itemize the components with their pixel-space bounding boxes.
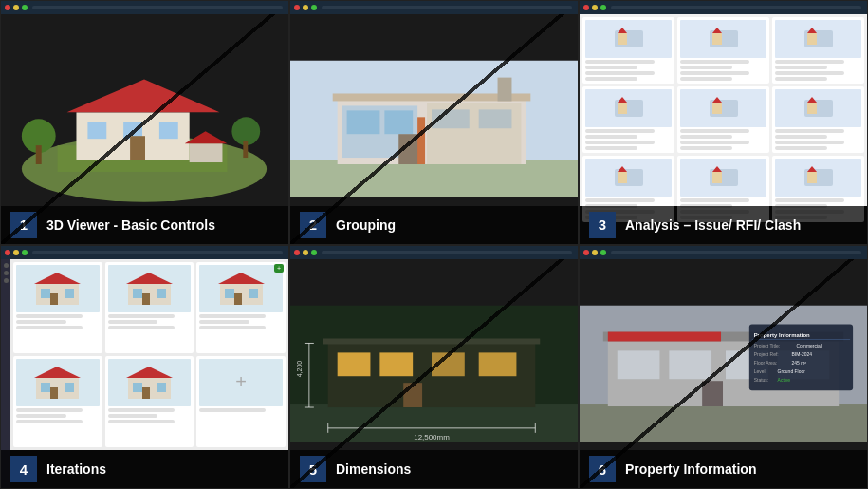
svg-rect-24 — [398, 134, 419, 164]
sidebar-item-4 — [4, 263, 9, 268]
max-dot-6 — [600, 250, 606, 255]
label-bar-1: 1 3D Viewer - Basic Controls — [1, 206, 288, 244]
svg-rect-11 — [243, 141, 248, 158]
svg-text:Property Information: Property Information — [754, 331, 810, 337]
svg-rect-20 — [384, 110, 413, 134]
sidebar-item-4c — [4, 278, 9, 283]
svg-rect-102 — [669, 350, 711, 379]
svg-rect-73 — [50, 387, 58, 399]
svg-text:12,500mm: 12,500mm — [414, 432, 450, 441]
svg-rect-62 — [157, 289, 166, 298]
svg-rect-68 — [234, 293, 242, 305]
svg-rect-12 — [190, 143, 223, 162]
svg-rect-100 — [608, 331, 721, 341]
maximize-dot — [22, 5, 28, 10]
svg-rect-105 — [702, 381, 723, 406]
svg-rect-61 — [133, 289, 142, 298]
analysis-card — [677, 86, 769, 153]
toolbar-5 — [322, 251, 572, 254]
label-bar-3: 3 Analysis – Issue/ RFI/ Clash — [580, 206, 867, 244]
svg-rect-40 — [712, 103, 722, 114]
toolbar-6 — [611, 251, 861, 254]
toolbar-line-2 — [322, 6, 572, 9]
svg-text:Active: Active — [778, 378, 791, 383]
svg-rect-97 — [580, 404, 867, 442]
cell-1[interactable]: 1 3D Viewer - Basic Controls — [0, 0, 289, 245]
iteration-card: + — [196, 356, 286, 447]
cell-6[interactable]: Property Information Project Title: Comm… — [579, 245, 868, 490]
svg-rect-26 — [498, 78, 512, 102]
svg-rect-9 — [36, 145, 42, 164]
label-bar-6: 6 Property Information — [580, 450, 867, 488]
svg-text:Status:: Status: — [754, 378, 768, 383]
svg-rect-57 — [65, 289, 74, 298]
svg-marker-55 — [34, 273, 81, 284]
analysis-card — [772, 86, 864, 153]
svg-rect-82 — [338, 352, 371, 376]
app-bar-3 — [580, 1, 867, 14]
label-number-1: 1 — [10, 212, 37, 238]
new-badge: + — [274, 264, 284, 273]
iterations-grid: + + — [10, 259, 288, 451]
label-text-2: Grouping — [336, 217, 396, 233]
svg-text:Ground Floor: Ground Floor — [778, 369, 806, 374]
toolbar-4 — [32, 251, 283, 254]
svg-marker-75 — [126, 367, 173, 378]
svg-text:Level:: Level: — [754, 369, 766, 374]
label-bar-4: 4 Iterations — [1, 450, 288, 488]
min-dot-4 — [13, 250, 19, 255]
label-number-6: 6 — [589, 456, 616, 482]
svg-text:4,200: 4,200 — [296, 360, 303, 377]
svg-rect-71 — [41, 383, 50, 392]
svg-rect-43 — [807, 103, 817, 114]
svg-text:BIM-2024: BIM-2024 — [792, 352, 813, 357]
svg-text:Project Ref:: Project Ref: — [754, 352, 779, 357]
svg-rect-56 — [41, 289, 50, 298]
label-bar-2: 2 Grouping — [290, 206, 578, 244]
svg-rect-15 — [290, 160, 578, 197]
svg-marker-70 — [34, 367, 81, 378]
maximize-dot-2 — [311, 5, 317, 10]
close-dot-3 — [583, 5, 589, 10]
analysis-card — [677, 17, 769, 84]
svg-rect-85 — [479, 352, 517, 376]
label-text-5: Dimensions — [336, 461, 411, 477]
svg-rect-78 — [142, 387, 150, 399]
close-dot-6 — [583, 250, 589, 255]
svg-marker-65 — [218, 273, 265, 284]
svg-rect-77 — [157, 383, 166, 392]
svg-rect-72 — [65, 383, 74, 392]
svg-rect-83 — [379, 352, 413, 376]
cell-5[interactable]: 12,500mm 4,200 5 Dimensions — [289, 245, 579, 490]
label-text-3: Analysis – Issue/ RFI/ Clash — [625, 217, 801, 233]
iteration-card — [13, 356, 102, 447]
svg-text:Project Title:: Project Title: — [754, 344, 780, 348]
svg-rect-31 — [712, 33, 722, 45]
label-text-4: Iterations — [46, 461, 106, 477]
svg-rect-52 — [807, 172, 817, 183]
app-bar-1 — [1, 1, 288, 14]
svg-rect-86 — [403, 383, 422, 407]
svg-rect-84 — [432, 352, 465, 376]
analysis-card — [582, 86, 674, 153]
app-bar-5 — [290, 246, 578, 259]
label-number-2: 2 — [300, 212, 326, 238]
label-text-1: 3D Viewer - Basic Controls — [46, 217, 215, 233]
cell-3[interactable]: 3 Analysis – Issue/ RFI/ Clash — [579, 0, 868, 245]
iteration-card — [13, 262, 102, 353]
svg-rect-46 — [618, 172, 627, 183]
label-number-4: 4 — [10, 456, 37, 482]
minimize-dot-2 — [303, 5, 308, 10]
close-dot-2 — [294, 5, 300, 10]
max-dot-3 — [600, 5, 606, 10]
max-dot-4 — [22, 250, 28, 255]
cell-4[interactable]: + + 4 Iterations — [0, 245, 289, 490]
iteration-card: + — [196, 262, 286, 353]
label-bar-5: 5 Dimensions — [290, 450, 578, 488]
min-dot-5 — [303, 250, 308, 255]
analysis-card — [772, 17, 864, 84]
label-number-5: 5 — [300, 456, 326, 482]
svg-rect-34 — [807, 33, 817, 45]
cell-2[interactable]: 2 Grouping — [289, 0, 579, 245]
svg-rect-63 — [142, 293, 150, 305]
